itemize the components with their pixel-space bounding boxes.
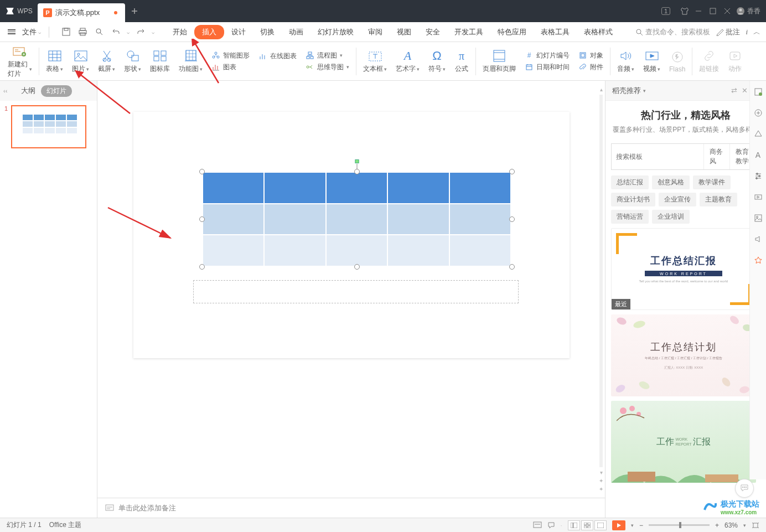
- ribbon-tab-4[interactable]: 动画: [282, 24, 310, 40]
- comments-toggle-icon[interactable]: [547, 521, 555, 529]
- normal-view-button[interactable]: [568, 520, 580, 530]
- content-placeholder[interactable]: [193, 280, 519, 303]
- new-tab-button[interactable]: [125, 0, 144, 22]
- hamburger-menu[interactable]: [6, 28, 18, 35]
- minimize-button[interactable]: [695, 8, 702, 14]
- tool-adjust-icon[interactable]: [753, 171, 764, 182]
- ribbon-tab-6[interactable]: 审阅: [361, 24, 390, 40]
- close-button[interactable]: [724, 8, 731, 14]
- skin-icon[interactable]: [676, 3, 693, 19]
- template-search-input[interactable]: [612, 144, 703, 169]
- table-button[interactable]: 表格▾: [42, 42, 68, 80]
- ribbon-tab-10[interactable]: 特色应用: [490, 24, 534, 40]
- wordart-button[interactable]: A 艺术字▾: [391, 42, 424, 80]
- print-icon[interactable]: [77, 28, 88, 36]
- segment-business[interactable]: 商务风: [703, 144, 729, 169]
- resize-handle-tl[interactable]: [199, 169, 205, 174]
- slides-tab[interactable]: 幻灯片: [41, 85, 72, 97]
- chat-bubble-icon[interactable]: [735, 479, 754, 498]
- undo-icon[interactable]: [110, 28, 121, 36]
- online-chart-button[interactable]: 在线图表: [258, 51, 297, 61]
- zoom-slider[interactable]: [649, 524, 710, 526]
- template-tag[interactable]: 营销运营: [611, 210, 649, 224]
- smart-graphic-button[interactable]: 智能图形: [211, 51, 250, 60]
- shapes-button[interactable]: 形状▾: [120, 42, 146, 80]
- template-tag[interactable]: 商业计划书: [611, 193, 655, 206]
- tool-image-icon[interactable]: [753, 213, 764, 224]
- tool-templates-icon[interactable]: [753, 255, 764, 266]
- new-slide-button[interactable]: 新建幻灯片▾: [3, 42, 37, 80]
- inserted-table[interactable]: [202, 172, 512, 267]
- template-tag[interactable]: 企业培训: [652, 210, 690, 224]
- qat-more[interactable]: ⌵: [152, 29, 154, 35]
- template-tag[interactable]: 创意风格: [652, 175, 690, 189]
- document-tab[interactable]: P 演示文稿.pptx: [38, 3, 125, 22]
- icon-library-button[interactable]: 图标库: [146, 42, 174, 80]
- ribbon-tab-11[interactable]: 表格工具: [534, 24, 577, 40]
- help-icon[interactable]: i: [746, 28, 748, 37]
- audio-button[interactable]: 音频▾: [613, 42, 639, 80]
- slide-number-button[interactable]: #幻灯片编号: [525, 51, 570, 60]
- reading-view-button[interactable]: [594, 520, 607, 530]
- ribbon-tab-5[interactable]: 幻灯片放映: [310, 24, 361, 40]
- zoom-in-button[interactable]: +: [715, 521, 719, 529]
- date-time-button[interactable]: 日期和时间: [525, 63, 570, 72]
- outline-tab[interactable]: 大纲: [21, 86, 35, 96]
- template-card-2[interactable]: 工作总结计划 年终总结 / 工作汇报 / 工作汇报 / 工作计划 / 工作报告 …: [611, 314, 756, 396]
- maximize-button[interactable]: [710, 8, 716, 14]
- ribbon-tab-9[interactable]: 开发工具: [447, 24, 490, 40]
- notes-pane[interactable]: 单击此处添加备注: [97, 498, 605, 518]
- template-tag[interactable]: 企业宣传: [659, 193, 696, 206]
- equation-button[interactable]: π 公式: [450, 42, 473, 80]
- collapse-panel-icon[interactable]: ‹‹: [3, 87, 7, 94]
- resize-handle-mr[interactable]: [509, 216, 515, 222]
- ribbon-tab-1[interactable]: 插入: [194, 25, 224, 39]
- user-avatar[interactable]: 香香: [736, 3, 760, 19]
- sorter-view-button[interactable]: [581, 520, 593, 530]
- template-tag[interactable]: 教学课件: [693, 175, 731, 189]
- redo-icon[interactable]: [135, 28, 146, 36]
- chart-button[interactable]: 图表: [211, 63, 250, 72]
- comment-button[interactable]: 批注: [716, 27, 740, 37]
- resize-handle-br[interactable]: [509, 264, 515, 270]
- vertical-scrollbar[interactable]: ▴▾✦✦: [598, 86, 604, 492]
- command-search[interactable]: 查找命令、搜索模板: [635, 27, 710, 37]
- wps-home-button[interactable]: WPS: [0, 0, 38, 22]
- zoom-level[interactable]: 63%: [724, 521, 738, 529]
- file-menu[interactable]: 文件⌵: [20, 26, 43, 38]
- flowchart-button[interactable]: 流程图▾: [306, 51, 349, 60]
- slide[interactable]: [133, 112, 570, 358]
- ribbon-tab-8[interactable]: 安全: [418, 24, 447, 40]
- object-button[interactable]: 对象: [578, 51, 603, 60]
- tool-new-icon[interactable]: [753, 86, 764, 97]
- slide-thumbnail-1[interactable]: 1: [4, 105, 92, 148]
- slideshow-button[interactable]: [612, 520, 625, 530]
- zoom-out-button[interactable]: −: [639, 521, 643, 529]
- template-search[interactable]: 商务风 教育教学: [611, 143, 760, 170]
- resize-handle-bl[interactable]: [199, 264, 205, 270]
- header-footer-button[interactable]: 页眉和页脚: [478, 42, 520, 80]
- collapse-ribbon-icon[interactable]: ︿: [753, 27, 760, 37]
- textbox-button[interactable]: 文本框▾: [359, 42, 391, 80]
- function-chart-button[interactable]: 功能图▾: [174, 42, 207, 80]
- ribbon-tab-12[interactable]: 表格样式: [577, 24, 620, 40]
- ribbon-tab-0[interactable]: 开始: [165, 24, 194, 40]
- symbol-button[interactable]: Ω 符号▾: [424, 42, 450, 80]
- tool-shape-icon[interactable]: [753, 128, 764, 140]
- resize-handle-tc[interactable]: [354, 169, 360, 174]
- ribbon-tab-7[interactable]: 视图: [390, 24, 418, 40]
- resize-handle-ml[interactable]: [199, 216, 205, 222]
- panel-settings-icon[interactable]: ⇄: [731, 86, 737, 95]
- slideshow-dropdown[interactable]: ▾: [631, 523, 634, 528]
- template-tag[interactable]: 主题教育: [700, 193, 737, 206]
- tool-format-icon[interactable]: [753, 107, 764, 118]
- undo-dropdown[interactable]: ⌵: [127, 29, 130, 35]
- notes-toggle-icon[interactable]: [533, 521, 542, 529]
- screenshot-button[interactable]: 截屏▾: [94, 42, 120, 80]
- tool-animate-icon[interactable]: [753, 192, 764, 203]
- attachment-button[interactable]: 附件: [578, 63, 603, 72]
- save-icon[interactable]: [60, 28, 71, 36]
- mindmap-button[interactable]: 思维导图▾: [306, 63, 349, 72]
- ribbon-tab-3[interactable]: 切换: [253, 24, 282, 40]
- ribbon-tab-2[interactable]: 设计: [224, 24, 253, 40]
